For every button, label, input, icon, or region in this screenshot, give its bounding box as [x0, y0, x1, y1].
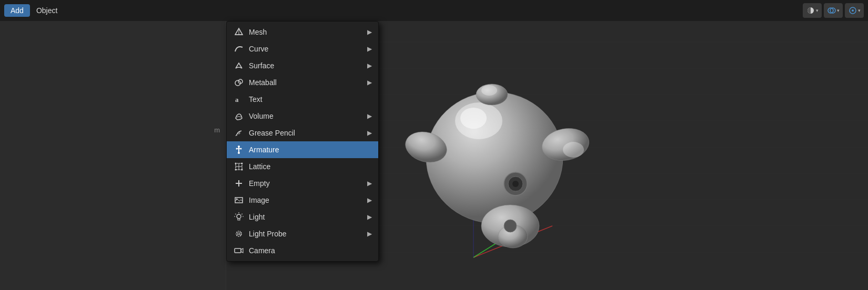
menu-item-light-probe[interactable]: Light Probe ▶ — [227, 225, 378, 242]
svg-point-75 — [241, 169, 243, 171]
menu-item-metaball[interactable]: Metaball ▶ — [227, 74, 378, 91]
menu-item-mesh[interactable]: Mesh ▶ — [227, 24, 378, 40]
metaball-icon — [233, 77, 245, 88]
svg-point-67 — [236, 148, 238, 150]
mesh-icon — [233, 26, 245, 38]
shading-chevron: ▾ — [816, 8, 819, 13]
svg-rect-92 — [235, 248, 241, 253]
header-add-menu[interactable]: Add — [4, 4, 30, 17]
svg-point-91 — [238, 233, 240, 235]
lattice-label: Lattice — [249, 162, 372, 171]
menu-item-light[interactable]: Light ▶ — [227, 209, 378, 225]
light-submenu-arrow: ▶ — [367, 213, 372, 221]
add-object-menu: Mesh ▶ Curve ▶ Surface ▶ Meta — [226, 21, 379, 262]
gizmo-chevron: ▾ — [858, 8, 861, 13]
menu-item-armature[interactable]: Armature — [227, 141, 378, 158]
svg-line-82 — [241, 214, 243, 214]
lattice-icon — [233, 161, 245, 172]
menu-item-curve[interactable]: Curve ▶ — [227, 40, 378, 57]
mesh-submenu-arrow: ▶ — [367, 28, 372, 36]
svg-point-74 — [235, 169, 237, 171]
menu-item-camera[interactable]: Camera — [227, 242, 378, 259]
light-probe-icon — [233, 228, 245, 240]
svg-point-86 — [236, 231, 241, 236]
svg-point-55 — [852, 9, 854, 12]
light-icon — [233, 211, 245, 223]
left-panel: m — [0, 21, 226, 290]
camera-icon — [233, 245, 245, 256]
light-probe-label: Light Probe — [249, 230, 367, 238]
viewport-shading-button[interactable]: ▾ — [803, 3, 822, 18]
empty-icon — [233, 178, 245, 189]
svg-point-41 — [563, 142, 584, 158]
image-icon — [233, 194, 245, 206]
svg-line-84 — [235, 214, 236, 214]
surface-label: Surface — [249, 61, 367, 70]
svg-point-66 — [238, 152, 240, 154]
volume-submenu-arrow: ▶ — [367, 112, 372, 120]
grease-pencil-label: Grease Pencil — [249, 129, 367, 137]
metaball-submenu-arrow: ▶ — [367, 79, 372, 86]
image-submenu-arrow: ▶ — [367, 196, 372, 204]
empty-label: Empty — [249, 179, 367, 188]
volume-icon — [233, 110, 245, 122]
header-bar: Add Object ▾ ▾ ▾ — [0, 0, 868, 21]
menu-item-text[interactable]: a Text — [227, 91, 378, 108]
menu-item-volume[interactable]: Volume ▶ — [227, 108, 378, 125]
menu-item-surface[interactable]: Surface ▶ — [227, 57, 378, 74]
gizmo-icon — [849, 6, 857, 15]
light-probe-submenu-arrow: ▶ — [367, 230, 372, 237]
svg-point-48 — [512, 181, 519, 187]
svg-point-65 — [238, 146, 240, 148]
grease-pencil-icon — [233, 127, 245, 139]
curve-icon — [233, 43, 245, 55]
gizmo-button[interactable]: ▾ — [845, 3, 864, 18]
metaball-label: Metaball — [249, 78, 367, 87]
left-panel-edge-letter: m — [214, 126, 220, 134]
curve-label: Curve — [249, 45, 367, 53]
svg-point-79 — [236, 199, 238, 200]
menu-item-image[interactable]: Image ▶ — [227, 192, 378, 209]
grease-pencil-submenu-arrow: ▶ — [367, 129, 372, 137]
svg-point-80 — [237, 214, 241, 219]
svg-point-45 — [504, 220, 517, 232]
menu-item-empty[interactable]: Empty ▶ — [227, 175, 378, 192]
text-icon: a — [233, 94, 245, 105]
armature-icon — [233, 144, 245, 156]
overlay-icon — [827, 6, 836, 15]
svg-text:a: a — [235, 96, 239, 103]
surface-submenu-arrow: ▶ — [367, 62, 372, 69]
curve-submenu-arrow: ▶ — [367, 45, 372, 53]
header-object-menu[interactable]: Object — [30, 4, 64, 17]
overlay-button[interactable]: ▾ — [824, 3, 843, 18]
surface-icon — [233, 60, 245, 71]
camera-label: Camera — [249, 246, 372, 255]
empty-submenu-arrow: ▶ — [367, 180, 372, 187]
volume-label: Volume — [249, 112, 367, 120]
overlay-chevron: ▾ — [837, 8, 840, 13]
svg-point-68 — [240, 148, 242, 150]
menu-item-lattice[interactable]: Lattice — [227, 158, 378, 175]
light-label: Light — [249, 213, 367, 221]
svg-point-39 — [460, 108, 487, 129]
header-icon-group: ▾ ▾ ▾ — [803, 3, 864, 18]
armature-label: Armature — [249, 146, 372, 154]
svg-point-73 — [241, 163, 243, 164]
svg-point-72 — [235, 163, 237, 164]
svg-point-50 — [481, 85, 497, 96]
text-label: Text — [249, 95, 372, 103]
viewport-shading-icon — [806, 6, 815, 15]
mesh-label: Mesh — [249, 28, 367, 36]
menu-item-grease-pencil[interactable]: Grease Pencil ▶ — [227, 125, 378, 141]
image-label: Image — [249, 196, 367, 204]
